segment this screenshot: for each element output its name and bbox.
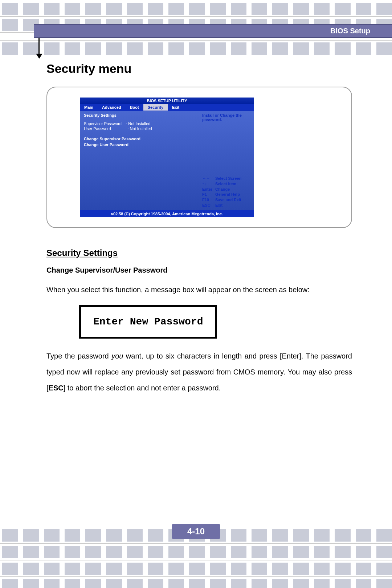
deco-row-top-1 — [0, 3, 392, 15]
main-content: Security menu BIOS SETUP UTILITY Main Ad… — [46, 62, 352, 399]
bios-right-pane: Install or Change the password. ←→Select… — [199, 111, 254, 210]
password-box-wrap: Enter New Password — [46, 305, 352, 339]
supervisor-row: Supervisor Password : Not Installed — [84, 121, 195, 126]
tab-exit[interactable]: Exit — [168, 104, 184, 111]
key-esc-desc: Exit — [215, 203, 222, 207]
section-title: Security menu — [46, 62, 352, 76]
deco-line — [0, 560, 392, 560]
paragraph-2: Type the password you want, up to six ch… — [46, 348, 352, 396]
key-esc: ESC — [202, 203, 215, 208]
supervisor-value: : Not Installed — [126, 121, 150, 126]
bios-help-text: Install or Change the password. — [202, 113, 251, 122]
deco-row-top-3 — [0, 42, 392, 55]
change-user-password[interactable]: Change User Password — [84, 142, 195, 147]
key-enter: Enter — [202, 187, 215, 192]
key-ud-desc: Select Item — [215, 182, 236, 186]
deco-row-bottom-4 — [0, 579, 392, 588]
deco-row-bottom-2 — [0, 546, 392, 558]
arrow-down-icon — [36, 54, 42, 59]
change-supervisor-password[interactable]: Change Supervisor Password — [84, 137, 195, 141]
bios-left-pane: Security Settings Supervisor Password : … — [80, 111, 199, 210]
deco-line — [0, 576, 392, 577]
help-line2: password. — [202, 117, 251, 122]
paragraph-1: When you select this function, a message… — [46, 282, 352, 298]
deco-line — [0, 16, 392, 17]
bios-panel: BIOS SETUP UTILITY Main Advanced Boot Se… — [46, 87, 352, 228]
user-value: : Not Installed — [127, 127, 152, 131]
tab-advanced[interactable]: Advanced — [98, 104, 126, 111]
header-title: BIOS Setup — [330, 27, 370, 35]
subsubsection-title: Change Supervisor/User Password — [46, 266, 352, 274]
bios-body: Security Settings Supervisor Password : … — [80, 111, 254, 211]
page-number-badge: 4-10 — [172, 524, 220, 539]
header-bar: BIOS Setup — [34, 24, 392, 38]
supervisor-label: Supervisor Password — [84, 121, 122, 126]
para2-em: you — [111, 352, 123, 360]
user-label: User Password — [84, 127, 111, 131]
deco-line — [0, 40, 392, 41]
para2-a: Type the password — [46, 352, 111, 360]
help-line1: Install or Change the — [202, 113, 251, 117]
deco-row-bottom-3 — [0, 563, 392, 575]
bios-footer: v02.58 (C) Copyright 1985-2004, American… — [80, 211, 254, 217]
key-enter-desc: Change — [215, 187, 230, 191]
tab-main[interactable]: Main — [80, 104, 98, 111]
deco-line — [0, 543, 392, 544]
user-row: User Password : Not Installed — [84, 127, 195, 131]
key-f10: F10 — [202, 197, 215, 203]
para2-c: ] to abort the selection and not enter a… — [64, 384, 221, 392]
arrow-vertical — [38, 38, 40, 55]
key-lr: ←→ — [202, 176, 215, 181]
key-f1: F1 — [202, 192, 215, 197]
bios-tabs: Main Advanced Boot Security Exit — [80, 104, 254, 111]
bios-utility-title: BIOS SETUP UTILITY — [80, 98, 254, 104]
para2-esc: ESC — [49, 384, 64, 392]
bios-key-legend: ←→Select Screen ↑↓Select Item EnterChang… — [202, 176, 251, 208]
key-f10-desc: Save and Exit — [215, 198, 241, 202]
tab-boot[interactable]: Boot — [126, 104, 143, 111]
bios-heading: Security Settings — [84, 113, 195, 119]
key-f1-desc: General Help — [215, 192, 240, 196]
tab-security[interactable]: Security — [143, 104, 168, 111]
password-prompt-box: Enter New Password — [79, 305, 217, 339]
key-ud: ↑↓ — [202, 181, 215, 187]
key-lr-desc: Select Screen — [215, 176, 241, 181]
bios-screen: BIOS SETUP UTILITY Main Advanced Boot Se… — [80, 98, 254, 217]
subsection-title: Security Settings — [46, 248, 352, 258]
